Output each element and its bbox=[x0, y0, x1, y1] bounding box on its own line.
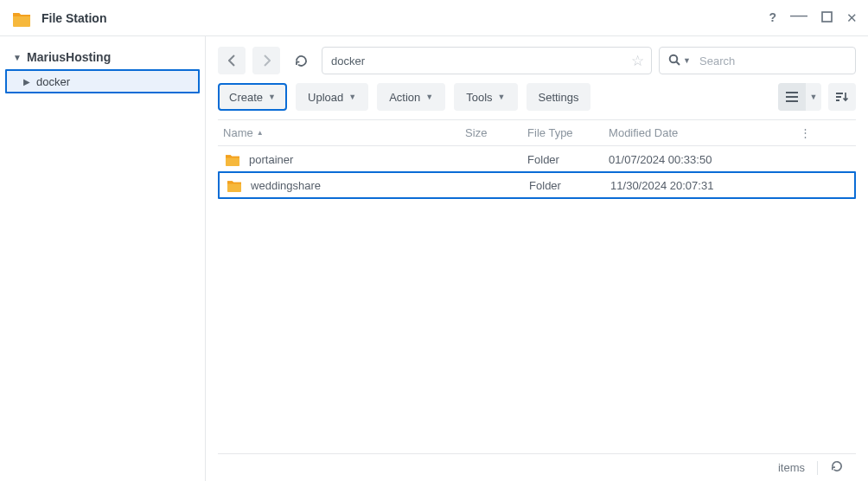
tree-item-docker[interactable]: ▶ docker bbox=[5, 69, 200, 93]
chevron-down-icon: ▼ bbox=[268, 93, 276, 101]
columns-menu-icon[interactable]: ⋮ bbox=[797, 126, 813, 139]
chevron-down-icon: ▼ bbox=[498, 93, 506, 101]
main-panel: ☆ ▼ Create▼ Upload▼ Action▼ Tools▼ bbox=[206, 36, 868, 481]
sort-asc-icon: ▲ bbox=[257, 129, 264, 137]
back-button[interactable] bbox=[218, 47, 246, 74]
star-icon[interactable]: ☆ bbox=[631, 52, 644, 70]
titlebar: File Station ? — ✕ bbox=[0, 0, 868, 36]
tools-button[interactable]: Tools▼ bbox=[454, 83, 517, 111]
svg-rect-0 bbox=[822, 12, 832, 22]
file-type: Folder bbox=[524, 179, 605, 192]
nav-row: ☆ ▼ bbox=[218, 47, 856, 74]
help-icon[interactable]: ? bbox=[769, 11, 776, 25]
close-icon[interactable]: ✕ bbox=[846, 11, 858, 25]
items-label: items bbox=[778, 461, 805, 474]
action-row: Create▼ Upload▼ Action▼ Tools▼ Settings bbox=[218, 83, 856, 111]
col-size[interactable]: Size bbox=[460, 126, 522, 139]
chevron-down-icon: ▼ bbox=[348, 93, 356, 101]
table-row[interactable]: weddingshareFolder11/30/2024 20:07:31 bbox=[218, 171, 856, 199]
divider bbox=[817, 461, 818, 475]
table-header: Name ▲ Size File Type Modified Date ⋮ bbox=[218, 120, 856, 146]
file-name: weddingshare bbox=[251, 179, 321, 192]
chevron-down-icon: ▼ bbox=[425, 93, 433, 101]
sort-button[interactable] bbox=[828, 83, 856, 111]
statusbar: items bbox=[218, 453, 856, 481]
col-name[interactable]: Name ▲ bbox=[218, 126, 460, 139]
search-icon bbox=[668, 54, 680, 68]
upload-button[interactable]: Upload▼ bbox=[296, 83, 368, 111]
search-box[interactable]: ▼ bbox=[659, 47, 856, 74]
file-modified: 11/30/2024 20:07:31 bbox=[605, 179, 799, 192]
tree-root[interactable]: ▼ MariusHosting bbox=[5, 45, 200, 69]
reload-button[interactable] bbox=[287, 47, 315, 74]
path-input[interactable]: ☆ bbox=[322, 47, 652, 74]
tree-root-label: MariusHosting bbox=[27, 50, 111, 64]
view-mode-dropdown[interactable]: ▼ bbox=[806, 83, 821, 111]
minimize-icon[interactable]: — bbox=[790, 11, 807, 25]
path-field[interactable] bbox=[329, 54, 631, 68]
forward-button[interactable] bbox=[252, 47, 280, 74]
search-input[interactable] bbox=[698, 54, 846, 68]
maximize-icon[interactable] bbox=[821, 11, 833, 25]
status-reload-icon[interactable] bbox=[830, 459, 844, 476]
create-label: Create bbox=[229, 91, 263, 104]
window-controls: ? — ✕ bbox=[769, 11, 858, 25]
create-button[interactable]: Create▼ bbox=[218, 83, 287, 111]
table-row[interactable]: portainerFolder01/07/2024 00:33:50 bbox=[218, 146, 856, 172]
file-type: Folder bbox=[522, 153, 603, 166]
tree-child-label: docker bbox=[36, 75, 70, 88]
svg-line-2 bbox=[677, 61, 680, 65]
settings-button[interactable]: Settings bbox=[527, 83, 591, 111]
search-caret-icon[interactable]: ▼ bbox=[683, 56, 691, 65]
list-view-icon[interactable] bbox=[778, 83, 806, 111]
svg-point-1 bbox=[670, 55, 678, 62]
file-modified: 01/07/2024 00:33:50 bbox=[603, 153, 797, 166]
file-name: portainer bbox=[249, 153, 293, 166]
col-name-label: Name bbox=[223, 126, 253, 139]
action-label: Action bbox=[389, 91, 420, 104]
col-type[interactable]: File Type bbox=[522, 126, 603, 139]
sidebar: ▼ MariusHosting ▶ docker bbox=[0, 36, 206, 481]
app-title: File Station bbox=[41, 11, 106, 25]
upload-label: Upload bbox=[308, 91, 343, 104]
folder-icon bbox=[225, 152, 240, 166]
settings-label: Settings bbox=[539, 91, 579, 104]
col-modified[interactable]: Modified Date bbox=[603, 126, 797, 139]
caret-right-icon: ▶ bbox=[21, 77, 33, 87]
tools-label: Tools bbox=[466, 91, 492, 104]
file-table: Name ▲ Size File Type Modified Date ⋮ po… bbox=[218, 119, 856, 453]
action-button[interactable]: Action▼ bbox=[377, 83, 445, 111]
caret-down-icon: ▼ bbox=[11, 53, 23, 62]
view-mode: ▼ bbox=[778, 83, 821, 111]
folder-icon bbox=[227, 178, 242, 192]
app-icon bbox=[12, 10, 31, 27]
